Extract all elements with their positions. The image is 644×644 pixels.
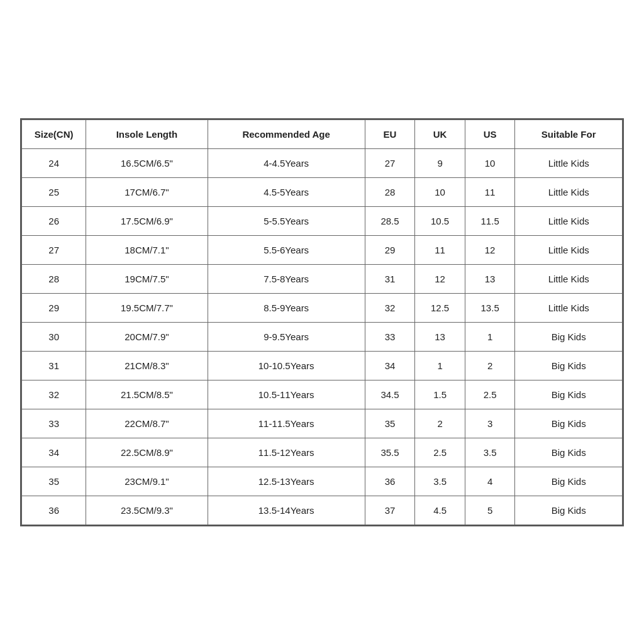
size-chart-container: Size(CN) Insole Length Recommended Age E… [20, 118, 624, 526]
cell-size: 25 [22, 177, 86, 206]
cell-age: 4-4.5Years [208, 148, 365, 177]
header-us: US [465, 119, 515, 148]
cell-age: 8.5-9Years [208, 293, 365, 322]
cell-suitable: Big Kids [515, 496, 623, 525]
cell-age: 4.5-5Years [208, 177, 365, 206]
cell-uk: 10.5 [415, 206, 465, 235]
table-row: 2416.5CM/6.5"4-4.5Years27910Little Kids [22, 148, 623, 177]
header-suitable: Suitable For [515, 119, 623, 148]
cell-us: 1 [465, 322, 515, 351]
cell-us: 13.5 [465, 293, 515, 322]
cell-suitable: Little Kids [515, 293, 623, 322]
cell-age: 10.5-11Years [208, 380, 365, 409]
cell-suitable: Big Kids [515, 467, 623, 496]
cell-insole: 17CM/6.7" [86, 177, 208, 206]
cell-insole: 21CM/8.3" [86, 351, 208, 380]
cell-insole: 19.5CM/7.7" [86, 293, 208, 322]
cell-age: 11-11.5Years [208, 409, 365, 438]
table-header-row: Size(CN) Insole Length Recommended Age E… [22, 119, 623, 148]
cell-size: 34 [22, 438, 86, 467]
cell-age: 13.5-14Years [208, 496, 365, 525]
cell-insole: 17.5CM/6.9" [86, 206, 208, 235]
cell-us: 10 [465, 148, 515, 177]
cell-insole: 20CM/7.9" [86, 322, 208, 351]
header-uk: UK [415, 119, 465, 148]
cell-suitable: Big Kids [515, 351, 623, 380]
cell-suitable: Little Kids [515, 177, 623, 206]
table-row: 2718CM/7.1"5.5-6Years291112Little Kids [22, 235, 623, 264]
cell-size: 31 [22, 351, 86, 380]
cell-uk: 1 [415, 351, 465, 380]
cell-uk: 3.5 [415, 467, 465, 496]
table-row: 3422.5CM/8.9"11.5-12Years35.52.53.5Big K… [22, 438, 623, 467]
cell-age: 12.5-13Years [208, 467, 365, 496]
cell-uk: 13 [415, 322, 465, 351]
cell-age: 5.5-6Years [208, 235, 365, 264]
cell-suitable: Big Kids [515, 322, 623, 351]
cell-us: 12 [465, 235, 515, 264]
cell-age: 5-5.5Years [208, 206, 365, 235]
cell-us: 2.5 [465, 380, 515, 409]
cell-us: 13 [465, 264, 515, 293]
cell-us: 11 [465, 177, 515, 206]
cell-insole: 19CM/7.5" [86, 264, 208, 293]
cell-age: 11.5-12Years [208, 438, 365, 467]
table-row: 2919.5CM/7.7"8.5-9Years3212.513.5Little … [22, 293, 623, 322]
table-row: 3121CM/8.3"10-10.5Years3412Big Kids [22, 351, 623, 380]
cell-size: 29 [22, 293, 86, 322]
cell-us: 3 [465, 409, 515, 438]
cell-size: 33 [22, 409, 86, 438]
cell-suitable: Little Kids [515, 148, 623, 177]
cell-size: 27 [22, 235, 86, 264]
header-eu: EU [365, 119, 415, 148]
cell-us: 4 [465, 467, 515, 496]
cell-size: 30 [22, 322, 86, 351]
cell-eu: 35 [365, 409, 415, 438]
cell-eu: 35.5 [365, 438, 415, 467]
cell-age: 7.5-8Years [208, 264, 365, 293]
cell-uk: 2.5 [415, 438, 465, 467]
table-row: 2617.5CM/6.9"5-5.5Years28.510.511.5Littl… [22, 206, 623, 235]
cell-insole: 23CM/9.1" [86, 467, 208, 496]
cell-eu: 34.5 [365, 380, 415, 409]
cell-us: 2 [465, 351, 515, 380]
cell-size: 24 [22, 148, 86, 177]
cell-us: 5 [465, 496, 515, 525]
cell-eu: 32 [365, 293, 415, 322]
size-chart-table: Size(CN) Insole Length Recommended Age E… [21, 119, 623, 525]
cell-eu: 37 [365, 496, 415, 525]
cell-age: 10-10.5Years [208, 351, 365, 380]
table-row: 2517CM/6.7"4.5-5Years281011Little Kids [22, 177, 623, 206]
cell-uk: 2 [415, 409, 465, 438]
cell-uk: 11 [415, 235, 465, 264]
header-size: Size(CN) [22, 119, 86, 148]
cell-us: 3.5 [465, 438, 515, 467]
cell-us: 11.5 [465, 206, 515, 235]
table-row: 3623.5CM/9.3"13.5-14Years374.55Big Kids [22, 496, 623, 525]
cell-uk: 1.5 [415, 380, 465, 409]
table-row: 3020CM/7.9"9-9.5Years33131Big Kids [22, 322, 623, 351]
cell-insole: 18CM/7.1" [86, 235, 208, 264]
cell-eu: 36 [365, 467, 415, 496]
cell-uk: 9 [415, 148, 465, 177]
cell-insole: 22CM/8.7" [86, 409, 208, 438]
cell-uk: 12 [415, 264, 465, 293]
cell-suitable: Big Kids [515, 438, 623, 467]
table-row: 3322CM/8.7"11-11.5Years3523Big Kids [22, 409, 623, 438]
header-age: Recommended Age [208, 119, 365, 148]
cell-eu: 28.5 [365, 206, 415, 235]
cell-uk: 4.5 [415, 496, 465, 525]
cell-suitable: Little Kids [515, 264, 623, 293]
cell-eu: 31 [365, 264, 415, 293]
table-row: 3221.5CM/8.5"10.5-11Years34.51.52.5Big K… [22, 380, 623, 409]
cell-suitable: Big Kids [515, 409, 623, 438]
cell-size: 32 [22, 380, 86, 409]
cell-size: 36 [22, 496, 86, 525]
cell-insole: 16.5CM/6.5" [86, 148, 208, 177]
cell-eu: 33 [365, 322, 415, 351]
cell-suitable: Little Kids [515, 235, 623, 264]
header-insole: Insole Length [86, 119, 208, 148]
cell-size: 26 [22, 206, 86, 235]
cell-eu: 29 [365, 235, 415, 264]
cell-size: 35 [22, 467, 86, 496]
